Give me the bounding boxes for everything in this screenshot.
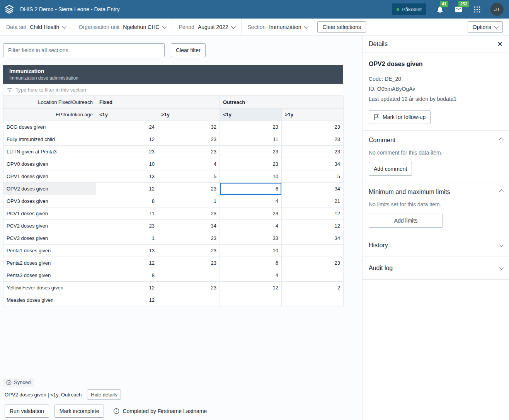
data-cell[interactable]: 12 <box>96 282 158 294</box>
data-cell[interactable]: 12 <box>220 282 282 294</box>
messages-button[interactable]: 252 <box>453 4 463 14</box>
audit-log-section-toggle[interactable]: Audit log <box>363 257 509 280</box>
data-cell[interactable] <box>282 269 344 282</box>
info-icon <box>113 408 119 414</box>
details-item-id: ID: O05mAByOgAv <box>369 84 503 94</box>
data-cell[interactable]: 23 <box>282 121 344 133</box>
close-icon[interactable]: ✕ <box>497 41 503 48</box>
data-cell[interactable] <box>220 294 282 306</box>
data-cell[interactable]: 2 <box>282 282 344 294</box>
data-cell[interactable]: 10 <box>220 245 282 257</box>
mark-follow-up-button[interactable]: Mark for follow-up <box>369 110 431 124</box>
data-cell[interactable]: 12 <box>282 220 344 232</box>
comment-title: Comment <box>369 137 395 144</box>
comment-section-toggle[interactable]: Comment <box>369 137 503 144</box>
data-cell[interactable]: 23 <box>96 220 158 232</box>
data-cell[interactable]: 12 <box>96 257 158 269</box>
age-header: <1y <box>96 109 158 121</box>
data-cell[interactable]: 23 <box>220 207 282 220</box>
data-cell[interactable]: 12 <box>96 294 158 306</box>
data-cell[interactable]: 4 <box>220 195 282 207</box>
data-cell[interactable]: 5 <box>282 170 344 183</box>
section-filter-input[interactable] <box>15 87 339 93</box>
data-cell[interactable]: 12 <box>96 133 158 146</box>
clear-selections-button[interactable]: Clear selections <box>317 21 366 33</box>
data-cell[interactable]: 4 <box>220 220 282 232</box>
comment-empty-text: No comment for this data item. <box>369 150 503 156</box>
row-label: Yellow Fever doses given <box>3 282 96 294</box>
data-cell[interactable]: 23 <box>282 146 344 158</box>
data-cell[interactable]: 4 <box>220 269 282 282</box>
clear-filter-button[interactable]: Clear filter <box>171 43 206 57</box>
add-limits-button[interactable]: Add limits <box>369 214 443 228</box>
data-cell[interactable]: 23 <box>96 146 158 158</box>
add-comment-button[interactable]: Add comment <box>369 162 412 176</box>
data-cell[interactable] <box>282 294 344 306</box>
details-item-code: Code: DE_20 <box>369 74 503 84</box>
data-cell[interactable]: 8 <box>96 269 158 282</box>
data-cell[interactable]: 23 <box>158 133 220 146</box>
data-cell[interactable]: 23 <box>220 158 282 170</box>
period-selector[interactable]: Period August 2022 <box>172 19 241 35</box>
data-cell[interactable]: 34 <box>158 220 220 232</box>
data-cell[interactable] <box>282 245 344 257</box>
data-cell[interactable] <box>158 269 220 282</box>
data-cell[interactable]: 8 <box>96 195 158 207</box>
data-cell[interactable] <box>158 294 220 306</box>
data-cell[interactable]: 6 <box>220 257 282 269</box>
data-cell[interactable]: 10 <box>220 170 282 183</box>
age-header-active: <1y <box>220 109 282 121</box>
data-cell[interactable]: 23 <box>282 257 344 269</box>
age-header: >1y <box>158 109 220 121</box>
data-cell[interactable]: 1 <box>96 232 158 245</box>
dataset-selector[interactable]: Data set Child Health <box>0 19 72 35</box>
orgunit-selector[interactable]: Organisation unit Ngelehun CHC <box>72 19 172 35</box>
section-selector[interactable]: Section Immunization <box>242 19 315 35</box>
data-cell[interactable]: 5 <box>158 170 220 183</box>
data-entry-table: Location Fixed/Outreach Fixed Outreach E… <box>3 96 344 306</box>
workspace: Clear filter Immunization Immunization d… <box>0 36 509 420</box>
data-cell[interactable]: 32 <box>158 121 220 133</box>
data-cell[interactable]: 21 <box>282 195 344 207</box>
data-cell[interactable]: 23 <box>158 257 220 269</box>
run-validation-button[interactable]: Run validation <box>5 405 49 418</box>
mark-incomplete-button[interactable]: Mark incomplete <box>54 405 104 418</box>
data-cell[interactable]: 23 <box>158 183 220 195</box>
data-cell[interactable]: 33 <box>220 232 282 245</box>
chevron-down-icon <box>494 24 498 28</box>
data-cell[interactable]: 12 <box>96 183 158 195</box>
data-cell[interactable]: 24 <box>96 121 158 133</box>
data-cell[interactable]: 4 <box>158 158 220 170</box>
data-cell[interactable]: 23 <box>282 133 344 146</box>
data-cell[interactable]: 13 <box>96 245 158 257</box>
data-cell[interactable]: 11 <box>220 133 282 146</box>
data-cell[interactable]: 23 <box>158 232 220 245</box>
data-cell[interactable]: 34 <box>282 158 344 170</box>
limits-section-toggle[interactable]: Minimum and maximum limits <box>369 189 503 196</box>
completed-by-text: Completed by Firstname Lastname <box>123 408 207 414</box>
hide-details-button[interactable]: Hide details <box>87 389 121 400</box>
data-cell[interactable]: 34 <box>282 183 344 195</box>
user-avatar[interactable]: JT <box>490 3 504 16</box>
apps-menu-button[interactable] <box>472 4 482 14</box>
data-cell[interactable]: 34 <box>282 232 344 245</box>
data-cell[interactable]: 23 <box>220 146 282 158</box>
data-cell-selected[interactable]: 6 <box>220 183 282 195</box>
data-cell[interactable]: 23 <box>220 121 282 133</box>
history-section-toggle[interactable]: History <box>363 234 509 257</box>
data-cell[interactable]: 12 <box>282 207 344 220</box>
global-filter-input[interactable] <box>3 43 165 57</box>
notifications-button[interactable]: 41 <box>435 4 445 14</box>
data-cell[interactable]: 11 <box>96 207 158 220</box>
data-cell[interactable]: 10 <box>96 158 158 170</box>
data-cell[interactable]: 13 <box>96 170 158 183</box>
options-button[interactable]: Options <box>468 21 503 33</box>
data-cell[interactable]: 23 <box>158 146 220 158</box>
data-cell[interactable]: 23 <box>158 207 220 220</box>
data-cell[interactable]: 23 <box>158 282 220 294</box>
table-row: Fully Immunized child12231123 <box>3 133 344 146</box>
online-status-chip[interactable]: Påkoblet <box>392 3 426 15</box>
dhis2-logo[interactable] <box>0 0 19 19</box>
data-cell[interactable]: 1 <box>158 195 220 207</box>
data-cell[interactable]: 23 <box>158 245 220 257</box>
